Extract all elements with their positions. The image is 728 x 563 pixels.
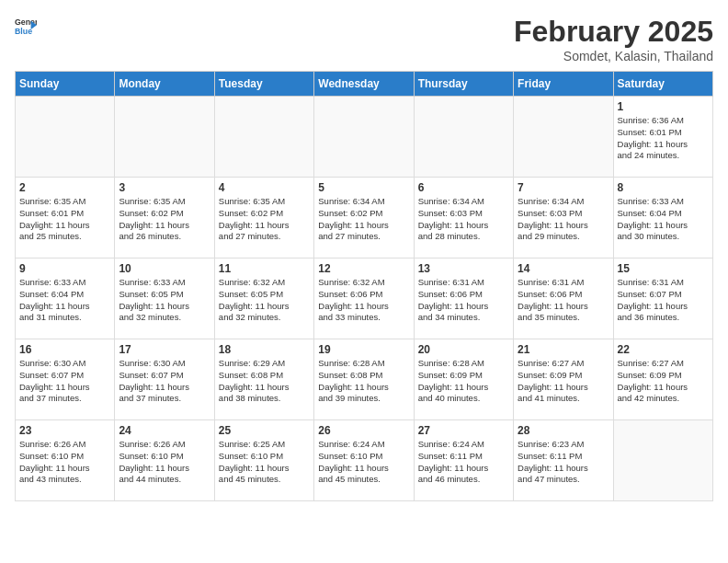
- calendar-subtitle: Somdet, Kalasin, Thailand: [514, 49, 713, 63]
- weekday-header-row: SundayMondayTuesdayWednesdayThursdayFrid…: [16, 72, 713, 97]
- day-number: 9: [19, 262, 110, 275]
- day-info: Sunrise: 6:31 AM Sunset: 6:06 PM Dayligh…: [418, 277, 509, 324]
- day-info: Sunrise: 6:36 AM Sunset: 6:01 PM Dayligh…: [618, 115, 709, 162]
- calendar-cell: [214, 97, 313, 178]
- calendar-cell: 9Sunrise: 6:33 AM Sunset: 6:04 PM Daylig…: [16, 259, 115, 339]
- day-info: Sunrise: 6:34 AM Sunset: 6:03 PM Dayligh…: [418, 196, 509, 243]
- day-number: 7: [518, 181, 609, 194]
- day-info: Sunrise: 6:23 AM Sunset: 6:11 PM Dayligh…: [518, 439, 609, 486]
- calendar-cell: 24Sunrise: 6:26 AM Sunset: 6:10 PM Dayli…: [115, 420, 214, 501]
- logo: General Blue: [15, 15, 37, 37]
- day-info: Sunrise: 6:33 AM Sunset: 6:05 PM Dayligh…: [119, 277, 210, 324]
- day-info: Sunrise: 6:33 AM Sunset: 6:04 PM Dayligh…: [618, 196, 709, 243]
- day-info: Sunrise: 6:35 AM Sunset: 6:01 PM Dayligh…: [19, 196, 110, 243]
- calendar-week-row: 9Sunrise: 6:33 AM Sunset: 6:04 PM Daylig…: [16, 259, 713, 339]
- day-number: 2: [19, 181, 110, 194]
- weekday-header: Sunday: [16, 72, 115, 97]
- day-number: 23: [19, 424, 110, 437]
- day-info: Sunrise: 6:30 AM Sunset: 6:07 PM Dayligh…: [19, 358, 110, 405]
- calendar-cell: 6Sunrise: 6:34 AM Sunset: 6:03 PM Daylig…: [414, 178, 513, 259]
- calendar-cell: 5Sunrise: 6:34 AM Sunset: 6:02 PM Daylig…: [314, 178, 414, 259]
- calendar-week-row: 23Sunrise: 6:26 AM Sunset: 6:10 PM Dayli…: [16, 420, 713, 501]
- calendar-cell: [514, 97, 613, 178]
- title-block: February 2025 Somdet, Kalasin, Thailand: [514, 15, 713, 63]
- day-number: 20: [418, 343, 509, 356]
- day-number: 16: [19, 343, 110, 356]
- day-info: Sunrise: 6:24 AM Sunset: 6:11 PM Dayligh…: [418, 439, 509, 486]
- calendar-cell: 22Sunrise: 6:27 AM Sunset: 6:09 PM Dayli…: [613, 339, 712, 420]
- day-info: Sunrise: 6:35 AM Sunset: 6:02 PM Dayligh…: [219, 196, 310, 243]
- day-number: 28: [518, 424, 609, 437]
- calendar-cell: [314, 97, 414, 178]
- logo-icon: General Blue: [15, 15, 37, 37]
- day-number: 8: [618, 181, 709, 194]
- day-number: 22: [618, 343, 709, 356]
- day-number: 12: [318, 262, 409, 275]
- calendar-cell: [16, 97, 115, 178]
- day-number: 5: [318, 181, 409, 194]
- calendar-cell: 1Sunrise: 6:36 AM Sunset: 6:01 PM Daylig…: [613, 97, 712, 178]
- day-info: Sunrise: 6:30 AM Sunset: 6:07 PM Dayligh…: [119, 358, 210, 405]
- day-number: 15: [618, 262, 709, 275]
- day-number: 21: [518, 343, 609, 356]
- calendar-cell: 10Sunrise: 6:33 AM Sunset: 6:05 PM Dayli…: [115, 259, 214, 339]
- calendar-cell: 18Sunrise: 6:29 AM Sunset: 6:08 PM Dayli…: [214, 339, 313, 420]
- calendar-cell: 23Sunrise: 6:26 AM Sunset: 6:10 PM Dayli…: [16, 420, 115, 501]
- day-number: 17: [119, 343, 210, 356]
- weekday-header: Tuesday: [214, 72, 313, 97]
- day-number: 3: [119, 181, 210, 194]
- day-info: Sunrise: 6:29 AM Sunset: 6:08 PM Dayligh…: [219, 358, 310, 405]
- day-info: Sunrise: 6:27 AM Sunset: 6:09 PM Dayligh…: [518, 358, 609, 405]
- day-number: 18: [219, 343, 310, 356]
- calendar-cell: 19Sunrise: 6:28 AM Sunset: 6:08 PM Dayli…: [314, 339, 414, 420]
- calendar-cell: [613, 420, 712, 501]
- day-info: Sunrise: 6:31 AM Sunset: 6:07 PM Dayligh…: [618, 277, 709, 324]
- calendar-cell: 4Sunrise: 6:35 AM Sunset: 6:02 PM Daylig…: [214, 178, 313, 259]
- day-info: Sunrise: 6:26 AM Sunset: 6:10 PM Dayligh…: [119, 439, 210, 486]
- day-number: 25: [219, 424, 310, 437]
- calendar-cell: 27Sunrise: 6:24 AM Sunset: 6:11 PM Dayli…: [414, 420, 513, 501]
- calendar-cell: [115, 97, 214, 178]
- day-info: Sunrise: 6:32 AM Sunset: 6:06 PM Dayligh…: [318, 277, 409, 324]
- day-number: 26: [318, 424, 409, 437]
- page-header: General Blue February 2025 Somdet, Kalas…: [15, 15, 713, 63]
- calendar-title: February 2025: [514, 15, 713, 49]
- calendar-week-row: 16Sunrise: 6:30 AM Sunset: 6:07 PM Dayli…: [16, 339, 713, 420]
- day-info: Sunrise: 6:24 AM Sunset: 6:10 PM Dayligh…: [318, 439, 409, 486]
- day-info: Sunrise: 6:35 AM Sunset: 6:02 PM Dayligh…: [119, 196, 210, 243]
- weekday-header: Saturday: [613, 72, 712, 97]
- weekday-header: Monday: [115, 72, 214, 97]
- calendar-cell: 21Sunrise: 6:27 AM Sunset: 6:09 PM Dayli…: [514, 339, 613, 420]
- calendar-cell: 20Sunrise: 6:28 AM Sunset: 6:09 PM Dayli…: [414, 339, 513, 420]
- day-number: 27: [418, 424, 509, 437]
- day-number: 6: [418, 181, 509, 194]
- day-info: Sunrise: 6:28 AM Sunset: 6:09 PM Dayligh…: [418, 358, 509, 405]
- calendar-cell: 7Sunrise: 6:34 AM Sunset: 6:03 PM Daylig…: [514, 178, 613, 259]
- calendar-cell: 17Sunrise: 6:30 AM Sunset: 6:07 PM Dayli…: [115, 339, 214, 420]
- day-info: Sunrise: 6:34 AM Sunset: 6:02 PM Dayligh…: [318, 196, 409, 243]
- calendar-week-row: 2Sunrise: 6:35 AM Sunset: 6:01 PM Daylig…: [16, 178, 713, 259]
- calendar-week-row: 1Sunrise: 6:36 AM Sunset: 6:01 PM Daylig…: [16, 97, 713, 178]
- day-number: 13: [418, 262, 509, 275]
- calendar-table: SundayMondayTuesdayWednesdayThursdayFrid…: [15, 71, 713, 501]
- calendar-cell: 15Sunrise: 6:31 AM Sunset: 6:07 PM Dayli…: [613, 259, 712, 339]
- weekday-header: Wednesday: [314, 72, 414, 97]
- day-info: Sunrise: 6:31 AM Sunset: 6:06 PM Dayligh…: [518, 277, 609, 324]
- weekday-header: Thursday: [414, 72, 513, 97]
- svg-text:Blue: Blue: [15, 27, 32, 36]
- day-info: Sunrise: 6:33 AM Sunset: 6:04 PM Dayligh…: [19, 277, 110, 324]
- calendar-cell: 13Sunrise: 6:31 AM Sunset: 6:06 PM Dayli…: [414, 259, 513, 339]
- calendar-cell: 3Sunrise: 6:35 AM Sunset: 6:02 PM Daylig…: [115, 178, 214, 259]
- calendar-cell: 26Sunrise: 6:24 AM Sunset: 6:10 PM Dayli…: [314, 420, 414, 501]
- calendar-cell: 25Sunrise: 6:25 AM Sunset: 6:10 PM Dayli…: [214, 420, 313, 501]
- day-info: Sunrise: 6:34 AM Sunset: 6:03 PM Dayligh…: [518, 196, 609, 243]
- day-info: Sunrise: 6:25 AM Sunset: 6:10 PM Dayligh…: [219, 439, 310, 486]
- day-info: Sunrise: 6:26 AM Sunset: 6:10 PM Dayligh…: [19, 439, 110, 486]
- day-number: 10: [119, 262, 210, 275]
- day-number: 14: [518, 262, 609, 275]
- calendar-cell: 12Sunrise: 6:32 AM Sunset: 6:06 PM Dayli…: [314, 259, 414, 339]
- calendar-cell: [414, 97, 513, 178]
- calendar-cell: 8Sunrise: 6:33 AM Sunset: 6:04 PM Daylig…: [613, 178, 712, 259]
- calendar-cell: 2Sunrise: 6:35 AM Sunset: 6:01 PM Daylig…: [16, 178, 115, 259]
- day-info: Sunrise: 6:28 AM Sunset: 6:08 PM Dayligh…: [318, 358, 409, 405]
